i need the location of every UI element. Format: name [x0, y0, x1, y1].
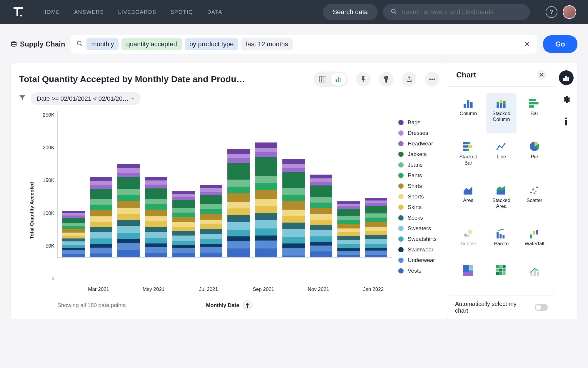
help-button[interactable]: ?: [546, 6, 557, 18]
chart-plot[interactable]: [57, 110, 392, 258]
legend-item[interactable]: Underwear: [398, 257, 448, 263]
datasource-selector[interactable]: Supply Chain: [11, 40, 65, 48]
chart-type-label: Stacked Area: [488, 198, 514, 210]
svg-rect-42: [463, 149, 466, 151]
svg-rect-63: [496, 265, 499, 268]
bar-segment: [117, 214, 140, 220]
nav-link-liveboards[interactable]: LIVEBOARDS: [118, 9, 156, 15]
search-box[interactable]: monthlyquantity acceptedby product typel…: [71, 34, 537, 54]
chart-type-stacked-column[interactable]: Stacked Column: [486, 93, 516, 133]
clear-search-button[interactable]: [523, 40, 532, 49]
chart-view-button[interactable]: [331, 73, 347, 86]
legend-item[interactable]: Socks: [398, 215, 448, 221]
global-search[interactable]: [383, 4, 530, 20]
nav-link-spotiq[interactable]: SPOTIQ: [171, 9, 193, 15]
legend-item[interactable]: Jackets: [398, 151, 448, 158]
bar[interactable]: [200, 185, 222, 257]
svg-point-47: [535, 190, 537, 192]
svg-rect-61: [469, 270, 473, 272]
auto-select-toggle[interactable]: [535, 304, 548, 311]
legend-item[interactable]: Sweaters: [398, 225, 448, 232]
bar-segment: [337, 228, 360, 232]
bar-segment: [255, 248, 277, 257]
chart-type-heatmap[interactable]: [486, 261, 516, 289]
bar[interactable]: [117, 164, 140, 257]
legend-item[interactable]: Sweatshirts: [398, 236, 448, 242]
bar-segment: [90, 227, 112, 232]
bar[interactable]: [337, 201, 360, 257]
bar[interactable]: [62, 211, 85, 257]
chart-type-waterfall[interactable]: Waterfall: [519, 223, 549, 258]
info-rail-button[interactable]: [559, 114, 574, 129]
nav-link-data[interactable]: DATA: [207, 9, 222, 15]
search-data-button[interactable]: Search data: [323, 4, 378, 20]
legend-item[interactable]: Swimwear: [398, 246, 448, 253]
chart-type-line[interactable]: Line: [486, 136, 516, 177]
bar[interactable]: [365, 198, 387, 257]
search-pill[interactable]: quantity accepted: [121, 38, 181, 50]
bar-segment: [227, 163, 250, 180]
bar-segment: [282, 195, 305, 201]
bar-segment: [117, 233, 140, 239]
logo[interactable]: [12, 6, 25, 19]
bar-segment: [310, 230, 332, 236]
bar-segment: [145, 232, 167, 238]
chart-type-column[interactable]: Column: [453, 93, 483, 133]
legend-item[interactable]: Jeans: [398, 162, 448, 168]
legend-item[interactable]: Shirts: [398, 183, 448, 189]
filter-chip-date[interactable]: Date >= 02/01/2021 < 02/01/20…: [31, 92, 140, 105]
chart-type-bar[interactable]: Bar: [519, 93, 549, 133]
chart-type-area[interactable]: Area: [453, 180, 483, 220]
bar-segment: [282, 243, 305, 248]
legend-item[interactable]: Dresses: [398, 130, 448, 136]
svg-rect-40: [463, 145, 468, 148]
share-button[interactable]: [402, 72, 417, 87]
settings-rail-button[interactable]: [559, 92, 574, 107]
bar-segment: [337, 232, 360, 236]
legend-item[interactable]: Skirts: [398, 204, 448, 210]
nav-link-home[interactable]: HOME: [42, 9, 60, 15]
bar[interactable]: [255, 142, 277, 257]
y-tick: 0: [36, 276, 54, 282]
bar-segment: [145, 247, 167, 253]
legend-item[interactable]: Bags: [398, 119, 448, 126]
chart-panel-title: Chart: [456, 70, 476, 79]
table-view-button[interactable]: [315, 73, 331, 86]
bar[interactable]: [282, 159, 305, 257]
bar-segment: [200, 195, 222, 204]
bar[interactable]: [90, 177, 112, 257]
bar-segment: [227, 202, 250, 208]
search-pill[interactable]: monthly: [86, 38, 119, 50]
legend-item[interactable]: Shorts: [398, 193, 448, 200]
chart-type-line-column[interactable]: [519, 261, 549, 289]
global-search-input[interactable]: [401, 8, 522, 16]
close-panel-button[interactable]: [537, 70, 547, 80]
search-pill[interactable]: by product type: [185, 38, 238, 50]
spotiq-button[interactable]: [379, 72, 394, 87]
bar[interactable]: [172, 191, 195, 257]
bar[interactable]: [145, 177, 167, 257]
pin-button[interactable]: [356, 72, 371, 87]
chart-type-stacked-bar[interactable]: Stacked Bar: [453, 136, 483, 177]
bar-segment: [62, 254, 85, 257]
chart-type-stacked-area[interactable]: Stacked Area: [486, 180, 516, 220]
more-button[interactable]: [425, 72, 439, 87]
search-pill[interactable]: last 12 months: [241, 38, 293, 50]
chart-type-pie[interactable]: Pie: [519, 136, 549, 177]
bar[interactable]: [227, 149, 250, 257]
nav-link-answers[interactable]: ANSWERS: [74, 9, 104, 15]
y-axis-label: Total Quantity Accepted: [28, 110, 36, 311]
chart-type-treemap[interactable]: [453, 261, 483, 289]
avatar[interactable]: [563, 5, 576, 19]
chart-type-scatter[interactable]: Scatter: [519, 180, 549, 220]
svg-point-52: [467, 235, 469, 237]
go-button[interactable]: Go: [543, 35, 577, 53]
chart-type-pareto[interactable]: Pareto: [486, 223, 516, 258]
legend-item[interactable]: Vests: [398, 268, 448, 274]
sort-button[interactable]: [242, 300, 253, 311]
chart-type-rail-button[interactable]: [559, 70, 574, 85]
legend-swatch: [398, 194, 404, 199]
legend-item[interactable]: Headwear: [398, 140, 448, 147]
bar[interactable]: [310, 175, 332, 257]
legend-item[interactable]: Pants: [398, 172, 448, 179]
